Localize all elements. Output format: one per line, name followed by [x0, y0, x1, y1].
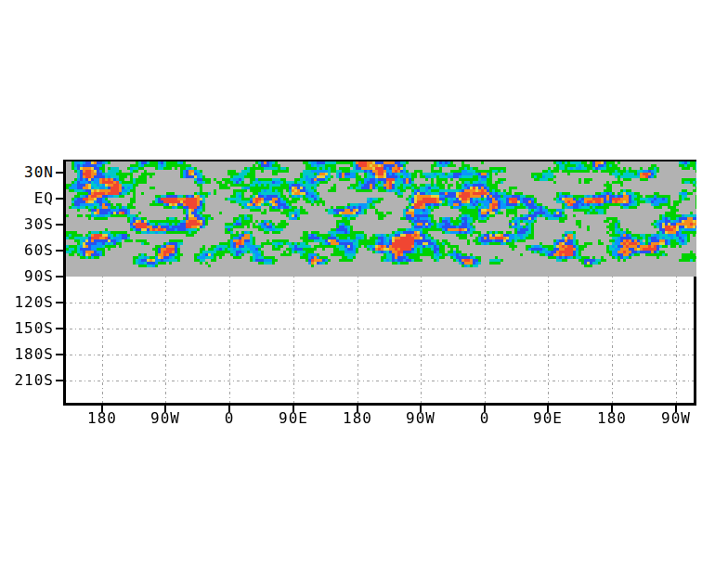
y-tick	[56, 224, 64, 226]
y-tick	[56, 328, 64, 329]
y-tick	[56, 302, 64, 303]
y-tick-label: EQ	[0, 189, 54, 208]
x-tick-label: 180	[580, 410, 644, 427]
y-tick	[56, 276, 64, 278]
y-tick-label: 120S	[0, 293, 54, 312]
figure: 30N EQ 30S 60S 90S 120S 150S 180S 210S 1…	[0, 0, 728, 568]
y-tick-label: 210S	[0, 371, 54, 390]
y-tick-label: 60S	[0, 241, 54, 260]
y-tick	[56, 380, 64, 381]
y-tick-label: 150S	[0, 319, 54, 338]
x-tick-label: 90W	[134, 410, 197, 427]
x-tick-label: 90E	[516, 410, 579, 427]
x-tick-label: 90W	[644, 410, 708, 427]
y-tick-label: 180S	[0, 345, 54, 364]
y-tick	[56, 198, 64, 200]
x-tick-label: 180	[326, 410, 389, 427]
x-tick-label: 0	[198, 410, 261, 427]
y-tick-label: 30S	[0, 215, 54, 234]
y-tick	[56, 354, 64, 355]
y-tick-label: 30N	[0, 163, 54, 182]
y-tick	[56, 250, 64, 252]
gridlines-svg	[66, 161, 694, 403]
x-tick-label: 0	[453, 410, 516, 427]
x-tick-label: 90W	[389, 410, 452, 427]
x-tick-label: 180	[71, 410, 134, 427]
y-tick	[56, 172, 64, 174]
x-tick-label: 90E	[262, 410, 325, 427]
y-tick-label: 90S	[0, 267, 54, 286]
